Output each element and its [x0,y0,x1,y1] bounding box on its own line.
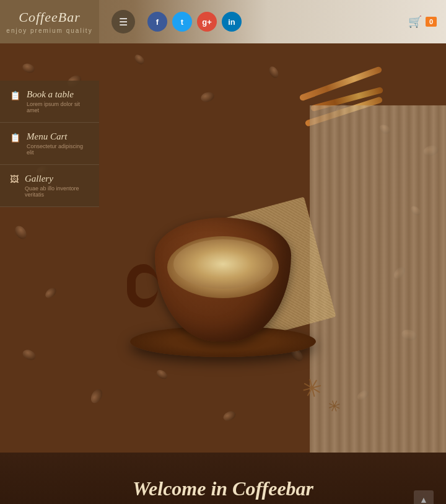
coffee-bean [133,53,146,66]
header-nav: ☰ f t g+ in [99,10,408,33]
coffee-bean [222,409,237,423]
sidebar-item-menu-cart[interactable]: 📋 Menu Cart Consectetur adipiscing elit [0,123,99,165]
scroll-up-button[interactable]: ▲ [414,490,434,504]
coffee-foam [173,239,273,289]
linkedin-icon[interactable]: in [222,12,242,32]
menu-cart-icon: 📋 [10,133,20,143]
sidebar-item-gallery-title: Gallery [25,174,89,184]
googleplus-icon[interactable]: g+ [197,12,217,32]
sidebar-item-gallery[interactable]: 🖼 Gallery Quae ab illo inventore veritat… [0,165,99,207]
coffee-bean [155,368,168,381]
sidebar-item-gallery-subtitle: Quae ab illo inventore veritatis [25,185,89,198]
coffee-bean [199,91,215,104]
logo: CoffeeBar enjoy premium quality [0,0,99,43]
sidebar-item-menu-cart-title: Menu Cart [27,131,89,142]
sidebar-item-book-table-title: Book a table [27,89,89,100]
sidebar-menu: 📋 Book a table Lorem ipsum dolor sit ame… [0,81,99,207]
coffee-bean [267,64,280,79]
logo-subtitle: enjoy premium quality [6,27,92,34]
logo-title: CoffeeBar [19,9,80,25]
coffee-bean [43,286,58,300]
sidebar-item-book-table-subtitle: Lorem ipsum dolor sit amet [27,101,89,113]
facebook-icon[interactable]: f [147,12,167,32]
gallery-icon: 🖼 [10,175,19,185]
cart[interactable]: 🛒 0 [408,15,437,29]
book-table-icon: 📋 [10,91,20,101]
social-icons: f t g+ in [147,12,242,32]
coffee-bean [12,224,28,241]
hero-section: ✳ ✳ 📋 Book a table Lorem ipsum dolor sit… [0,43,446,453]
sidebar-item-book-table-content: Book a table Lorem ipsum dolor sit amet [27,89,89,113]
sidebar-item-book-table[interactable]: 📋 Book a table Lorem ipsum dolor sit ame… [0,81,99,123]
coffee-bean [21,62,36,74]
welcome-section: Welcome in Coffeebar LOREM IPSUM DOLOR S… [0,453,446,504]
cart-count: 0 [426,17,437,27]
menu-button[interactable]: ☰ [112,10,135,33]
welcome-title: Welcome in Coffeebar [12,477,434,500]
cart-icon: 🛒 [408,15,422,29]
sidebar-item-menu-cart-subtitle: Consectetur adipiscing elit [27,143,89,156]
sidebar-item-menu-cart-content: Menu Cart Consectetur adipiscing elit [27,131,89,156]
coffee-bean [89,387,105,405]
coffee-bean [21,348,37,362]
coffee-cup [124,159,322,357]
sidebar-item-gallery-content: Gallery Quae ab illo inventore veritatis [25,174,89,198]
twitter-icon[interactable]: t [172,12,192,32]
cup-body [155,218,291,342]
cup-handle [127,264,158,307]
header: CoffeeBar enjoy premium quality ☰ f t g+… [0,0,446,43]
hamburger-icon: ☰ [119,16,128,28]
